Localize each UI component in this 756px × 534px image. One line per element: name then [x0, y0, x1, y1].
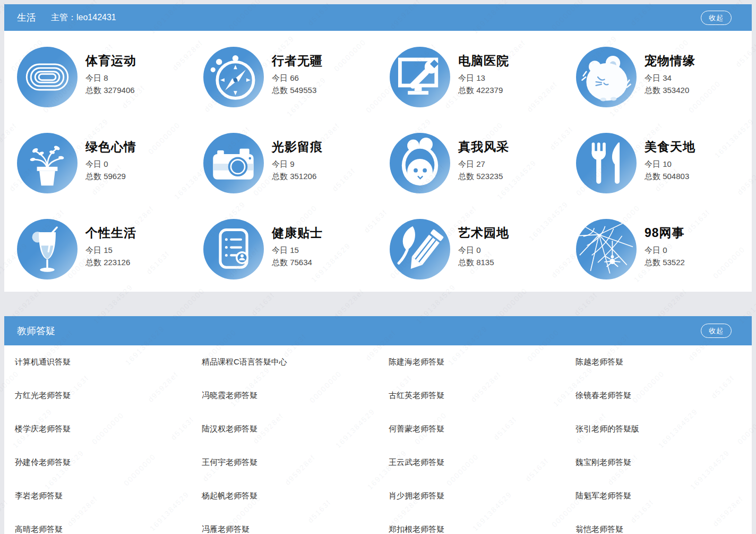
qa-link[interactable]: 楼学庆老师答疑: [15, 424, 202, 434]
board-today-count: 今日 10: [645, 158, 695, 170]
qa-link[interactable]: 计算机通识答疑: [15, 357, 202, 367]
qa-link[interactable]: 方红光老师答疑: [15, 391, 202, 401]
section-life-header: 生活 主管：leo142431 收起: [4, 4, 752, 31]
qa-link[interactable]: 魏宝刚老师答疑: [575, 457, 752, 468]
board-today-count: 今日 15: [272, 244, 323, 256]
board-total-count: 总数 223126: [85, 256, 136, 268]
spider-web-icon[interactable]: [576, 219, 637, 279]
hamster-icon[interactable]: [576, 47, 637, 107]
board-today-count: 今日 66: [272, 72, 323, 84]
qa-link[interactable]: 王何宇老师答疑: [202, 457, 389, 468]
board-card-food[interactable]: 美食天地 今日 10 总数 504803: [576, 133, 746, 193]
board-card-health-tips[interactable]: 健康贴士 今日 15 总数 75634: [203, 219, 390, 279]
brush-pencil-icon[interactable]: [390, 219, 450, 279]
qa-link[interactable]: 冯晓霞老师答疑: [202, 391, 389, 401]
board-card-art[interactable]: 艺术园地 今日 0 总数 8135: [390, 219, 576, 279]
board-name[interactable]: 行者无疆: [272, 52, 323, 69]
top-margin: [0, 0, 756, 4]
qa-link[interactable]: 精品课程C语言答疑中心: [202, 357, 389, 367]
teacher-links-grid: 计算机通识答疑 精品课程C语言答疑中心 陈建海老师答疑 陈越老师答疑 方红光老师…: [4, 345, 752, 534]
board-total-count: 总数 523235: [458, 170, 509, 182]
qa-link[interactable]: 陈建海老师答疑: [389, 357, 575, 367]
board-today-count: 今日 0: [645, 244, 685, 256]
board-card-travel[interactable]: 行者无疆 今日 66 总数 549553: [203, 47, 390, 107]
qa-link[interactable]: 高晴老师答疑: [15, 524, 202, 534]
board-name[interactable]: 健康贴士: [272, 224, 323, 241]
board-name[interactable]: 光影留痕: [272, 138, 323, 155]
board-today-count: 今日 8: [85, 72, 136, 84]
qa-link[interactable]: 郑扣根老师答疑: [389, 524, 575, 534]
qa-link[interactable]: 王云武老师答疑: [389, 457, 575, 468]
board-card-green-mood[interactable]: 绿色心情 今日 0 总数 59629: [17, 133, 203, 193]
qa-link[interactable]: 翁恺老师答疑: [575, 524, 752, 534]
qa-link[interactable]: 杨起帆老师答疑: [202, 491, 389, 501]
board-name[interactable]: 真我风采: [458, 138, 509, 155]
compass-icon[interactable]: [203, 47, 264, 107]
board-name[interactable]: 宠物情缘: [645, 52, 695, 69]
board-total-count: 总数 504803: [645, 170, 695, 182]
boards-grid: 体育运动 今日 8 总数 3279406: [4, 31, 752, 292]
board-card-photography[interactable]: 光影留痕 今日 9 总数 351206: [203, 133, 390, 193]
fork-knife-icon[interactable]: [576, 133, 637, 193]
board-name[interactable]: 艺术园地: [458, 224, 509, 241]
board-card-true-self[interactable]: 真我风采 今日 27 总数 523235: [390, 133, 576, 193]
board-total-count: 总数 53522: [645, 256, 685, 268]
board-total-count: 总数 3279406: [85, 84, 136, 96]
board-name[interactable]: 电脑医院: [458, 52, 509, 69]
section-teacher-qa-header: 教师答疑 收起: [4, 316, 752, 345]
board-today-count: 今日 34: [645, 72, 695, 84]
board-name[interactable]: 个性生活: [85, 224, 136, 241]
qa-link[interactable]: 古红英老师答疑: [389, 391, 575, 401]
smiling-face-icon[interactable]: [390, 133, 450, 193]
board-total-count: 总数 422379: [458, 84, 509, 96]
board-name[interactable]: 98网事: [645, 224, 685, 241]
board-today-count: 今日 15: [85, 244, 136, 256]
qa-link[interactable]: 李岩老师答疑: [15, 491, 202, 501]
collapse-button[interactable]: 收起: [701, 11, 732, 25]
computer-repair-icon[interactable]: [390, 47, 450, 107]
board-card-98-net[interactable]: 98网事 今日 0 总数 53522: [576, 219, 746, 279]
board-card-personal-life[interactable]: 个性生活 今日 15 总数 223126: [17, 219, 203, 279]
qa-link[interactable]: 张引老师的答疑版: [575, 424, 752, 434]
board-total-count: 总数 75634: [272, 256, 323, 268]
qa-link[interactable]: 陆魁军老师答疑: [575, 491, 752, 501]
board-total-count: 总数 549553: [272, 84, 323, 96]
board-name[interactable]: 绿色心情: [85, 138, 136, 155]
board-today-count: 今日 13: [458, 72, 509, 84]
board-card-sports[interactable]: 体育运动 今日 8 总数 3279406: [17, 47, 203, 107]
qa-link[interactable]: 徐镜春老师答疑: [575, 391, 752, 401]
qa-link[interactable]: 何善蒙老师答疑: [389, 424, 575, 434]
collapse-button[interactable]: 收起: [701, 324, 732, 338]
section-teacher-qa: 教师答疑 收起 计算机通识答疑 精品课程C语言答疑中心 陈建海老师答疑 陈越老师…: [4, 316, 752, 534]
board-name[interactable]: 美食天地: [645, 138, 695, 155]
board-today-count: 今日 0: [85, 158, 136, 170]
board-total-count: 总数 8135: [458, 256, 509, 268]
section-title: 生活: [17, 11, 36, 24]
board-today-count: 今日 27: [458, 158, 509, 170]
board-today-count: 今日 0: [458, 244, 509, 256]
section-gap: [0, 292, 756, 316]
section-manager-link[interactable]: 主管：leo142431: [51, 12, 116, 23]
section-title: 教师答疑: [17, 325, 55, 337]
board-card-computer-hospital[interactable]: 电脑医院 今日 13 总数 422379: [390, 47, 576, 107]
qa-link[interactable]: 陈越老师答疑: [575, 357, 752, 367]
camera-icon[interactable]: [203, 133, 264, 193]
running-track-icon[interactable]: [17, 47, 78, 107]
qa-link[interactable]: 陆汉权老师答疑: [202, 424, 389, 434]
qa-link[interactable]: 肖少拥老师答疑: [389, 491, 575, 501]
board-card-pets[interactable]: 宠物情缘 今日 34 总数 353420: [576, 47, 746, 107]
board-name[interactable]: 体育运动: [85, 52, 136, 69]
qa-link[interactable]: 冯雁老师答疑: [202, 524, 389, 534]
potted-plant-icon[interactable]: [17, 133, 78, 193]
board-total-count: 总数 351206: [272, 170, 323, 182]
board-total-count: 总数 59629: [85, 170, 136, 182]
cocktail-icon[interactable]: [17, 219, 78, 279]
board-total-count: 总数 353420: [645, 84, 695, 96]
section-life: 生活 主管：leo142431 收起 体育运动 今日 8 总数 3279406: [4, 4, 752, 292]
qa-link[interactable]: 孙建伶老师答疑: [15, 457, 202, 468]
health-list-icon[interactable]: [203, 219, 264, 279]
board-today-count: 今日 9: [272, 158, 323, 170]
